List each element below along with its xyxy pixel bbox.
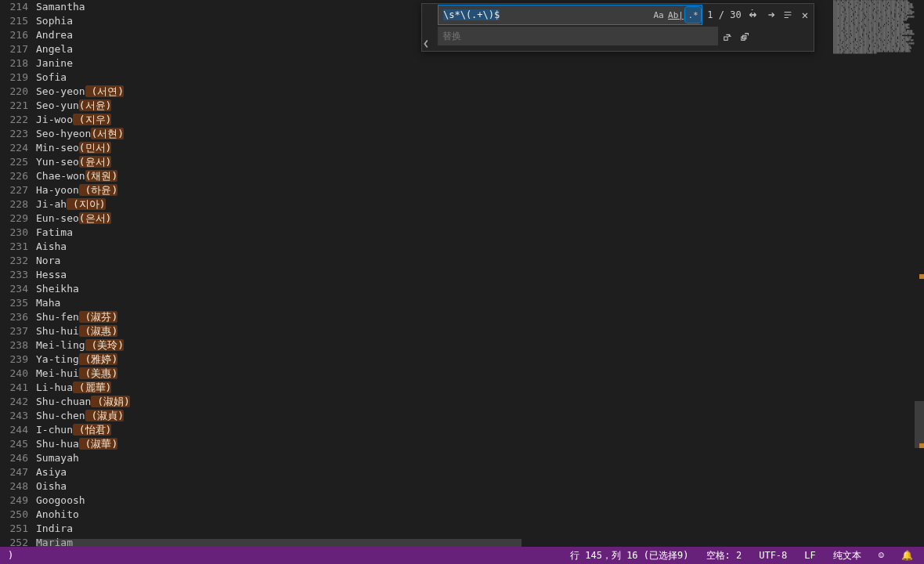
line-text: Hessa — [36, 269, 67, 280]
code-line[interactable]: Asiya — [36, 465, 924, 479]
line-text: Samantha — [36, 1, 85, 13]
code-line[interactable]: Indira — [36, 522, 924, 536]
replace-input[interactable] — [438, 27, 718, 45]
replace-all-button[interactable] — [737, 28, 754, 45]
line-number: 244 — [0, 423, 36, 437]
search-match-highlight: (淑芬) — [79, 311, 117, 323]
code-line[interactable]: Seo-yeon (서연) — [36, 85, 924, 99]
code-line[interactable]: Hessa — [36, 268, 924, 282]
regex-toggle[interactable]: .* — [685, 7, 701, 23]
code-line[interactable]: Shu-chen (淑貞) — [36, 409, 924, 423]
code-line[interactable]: Oisha — [36, 479, 924, 494]
line-text: Maha — [36, 297, 60, 309]
replace-one-button[interactable] — [720, 28, 737, 45]
line-number: 235 — [0, 296, 36, 310]
line-number: 228 — [0, 197, 36, 212]
code-line[interactable]: Anohito — [36, 508, 924, 522]
replace-input-field[interactable] — [438, 31, 718, 42]
toggle-replace-icon[interactable] — [422, 4, 436, 51]
search-match-highlight: (서윤) — [79, 99, 112, 111]
feedback-icon[interactable]: ☺ — [875, 550, 887, 561]
find-input-value: \s*\(.+\)$ — [443, 9, 500, 20]
line-number: 236 — [0, 310, 36, 324]
status-language-mode[interactable]: 纯文本 — [830, 549, 864, 562]
close-find-button[interactable]: ✕ — [796, 6, 814, 24]
code-line[interactable]: Seo-hyeon(서현) — [36, 127, 924, 141]
code-line[interactable]: Sumayah — [36, 451, 924, 465]
code-line[interactable]: Min-seo(민서) — [36, 141, 924, 155]
code-line[interactable]: Shu-chuan (淑娟) — [36, 395, 924, 409]
code-line[interactable]: Nora — [36, 254, 924, 268]
find-in-selection-button[interactable] — [779, 6, 796, 24]
search-match-highlight: (하윤) — [79, 184, 117, 196]
code-line[interactable]: Yun-seo(윤서) — [36, 155, 924, 169]
code-line[interactable]: I-chun (怡君) — [36, 423, 924, 437]
next-match-button[interactable] — [762, 6, 779, 24]
line-number: 237 — [0, 324, 36, 338]
code-line[interactable]: Fatima — [36, 226, 924, 240]
code-line[interactable]: Chae-won(채원) — [36, 169, 924, 183]
line-number: 229 — [0, 212, 36, 226]
code-line[interactable]: Eun-seo(은서) — [36, 212, 924, 226]
code-line[interactable]: Ya-ting (雅婷) — [36, 352, 924, 367]
line-text: Shu-hua — [36, 438, 79, 450]
search-match-highlight: (은서) — [79, 212, 112, 224]
line-text: Anohito — [36, 508, 79, 520]
code-line[interactable]: Mei-ling (美玲) — [36, 338, 924, 352]
code-line[interactable]: Seo-yun(서윤) — [36, 99, 924, 113]
search-match-highlight: (지우) — [73, 114, 111, 125]
match-case-toggle[interactable]: Aa — [651, 7, 666, 23]
code-line[interactable]: Sheikha — [36, 282, 924, 296]
code-line[interactable]: Ji-ah (지아) — [36, 197, 924, 212]
line-text: Sumayah — [36, 452, 79, 464]
line-number: 227 — [0, 183, 36, 197]
code-line[interactable]: Maha — [36, 296, 924, 310]
code-line[interactable]: Janine — [36, 56, 924, 70]
line-text: Aisha — [36, 240, 67, 252]
line-number: 215 — [0, 14, 36, 28]
code-line[interactable]: Mei-hui (美惠) — [36, 367, 924, 381]
line-number: 250 — [0, 508, 36, 522]
line-number: 231 — [0, 240, 36, 254]
status-encoding[interactable]: UTF-8 — [756, 550, 790, 561]
horizontal-scrollbar[interactable] — [36, 539, 830, 547]
line-text: Shu-fen — [36, 311, 79, 323]
previous-match-button[interactable] — [745, 6, 762, 24]
line-number: 222 — [0, 113, 36, 127]
svg-rect-0 — [724, 37, 727, 40]
line-text: Indira — [36, 522, 73, 534]
minimap[interactable]: ███ ████ ████ ██████████████ ███████████… — [830, 0, 924, 547]
line-text: Seo-yun — [36, 99, 79, 111]
code-line[interactable]: Sofia — [36, 70, 924, 85]
line-text: Yun-seo — [36, 156, 79, 168]
code-line[interactable]: Shu-hua (淑華) — [36, 437, 924, 451]
line-text: Li-hua — [36, 381, 73, 393]
status-cursor-position[interactable]: 行 145，列 16 (已选择9) — [567, 549, 691, 562]
find-input[interactable]: \s*\(.+\)$ Aa Ab| .* — [438, 5, 702, 25]
line-number: 225 — [0, 155, 36, 169]
status-eol[interactable]: LF — [801, 550, 818, 561]
code-line[interactable]: Googoosh — [36, 494, 924, 508]
match-whole-word-toggle[interactable]: Ab| — [668, 7, 684, 23]
code-line[interactable]: Li-hua (麗華) — [36, 381, 924, 395]
code-line[interactable]: Ha-yoon (하윤) — [36, 183, 924, 197]
notifications-icon[interactable]: 🔔 — [898, 550, 916, 561]
line-number: 232 — [0, 254, 36, 268]
status-bar: ) 行 145，列 16 (已选择9) 空格: 2 UTF-8 LF 纯文本 ☺… — [0, 547, 924, 564]
code-content[interactable]: SamanthaSophiaAndreaAngelaJanineSofiaSeo… — [36, 0, 924, 547]
code-line[interactable]: Shu-hui (淑惠) — [36, 324, 924, 338]
minimap-viewport[interactable] — [915, 401, 924, 448]
line-number: 241 — [0, 381, 36, 395]
horizontal-scrollbar-thumb[interactable] — [36, 539, 522, 547]
search-match-highlight: (淑貞) — [85, 410, 124, 421]
line-number: 240 — [0, 367, 36, 381]
line-number: 246 — [0, 451, 36, 465]
code-line[interactable]: Aisha — [36, 240, 924, 254]
line-number: 251 — [0, 522, 36, 536]
status-left-badge[interactable]: ) — [5, 550, 16, 561]
search-match-highlight: (麗華) — [73, 381, 111, 393]
code-line[interactable]: Ji-woo (지우) — [36, 113, 924, 127]
status-indentation[interactable]: 空格: 2 — [703, 549, 745, 562]
line-text: Ha-yoon — [36, 184, 79, 196]
code-line[interactable]: Shu-fen (淑芬) — [36, 310, 924, 324]
